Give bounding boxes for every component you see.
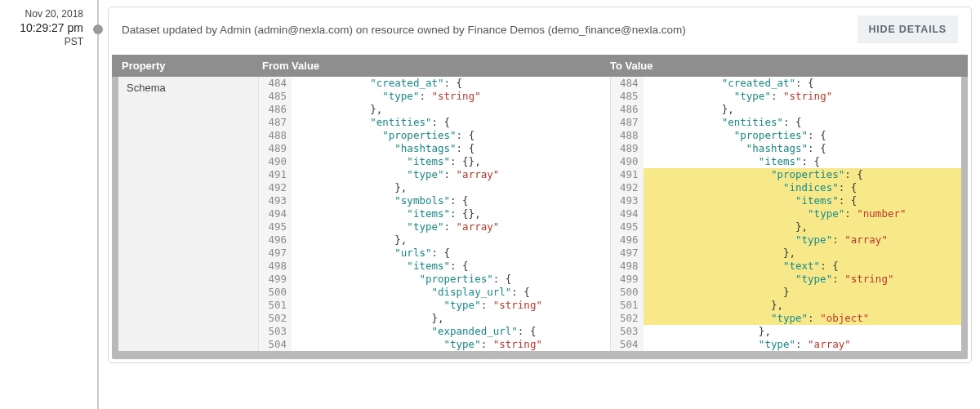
line-content: "type": "string": [673, 273, 962, 286]
event-description: Dataset updated by Admin (admin@nexla.co…: [122, 24, 686, 36]
line-number: 498: [611, 260, 644, 273]
line-content: "created_at": {: [321, 77, 610, 90]
indent-guides: [292, 325, 321, 338]
line-content: "type": "string": [321, 338, 610, 351]
line-number: 489: [611, 142, 644, 155]
indent-guides: [644, 273, 673, 286]
indent-guides: [644, 233, 673, 247]
code-line: 484 "created_at": {: [259, 77, 610, 90]
line-content: "properties": {: [321, 273, 610, 286]
code-line: 491 "type": "array": [259, 168, 610, 181]
line-number: 504: [259, 338, 292, 351]
line-number: 500: [611, 286, 644, 299]
indent-guides: [292, 155, 321, 168]
indent-guides: [644, 90, 673, 103]
line-number: 503: [611, 325, 644, 338]
indent-guides: [292, 247, 321, 260]
indent-guides: [292, 312, 321, 325]
code-line: 496 },: [259, 233, 610, 247]
code-line: 490 "items": {},: [259, 155, 610, 168]
line-number: 492: [259, 181, 292, 194]
indent-guides: [292, 338, 321, 351]
header-from-value: From Value: [262, 60, 610, 72]
line-number: 488: [611, 129, 644, 142]
indent-guides: [644, 103, 673, 116]
line-content: "items": {: [321, 260, 610, 273]
line-content: },: [673, 247, 962, 260]
code-line: 486 },: [259, 103, 610, 116]
indent-guides: [644, 220, 673, 233]
diff-container: Property From Value To Value Schema 484 …: [112, 55, 968, 359]
line-number: 497: [611, 247, 644, 260]
code-line: 485 "type": "string": [611, 90, 962, 103]
hide-details-button[interactable]: HIDE DETAILS: [858, 16, 958, 43]
line-content: "items": {: [673, 155, 962, 168]
from-value-pane[interactable]: 484 "created_at": {485 "type": "string"4…: [259, 77, 611, 351]
indent-guides: [292, 77, 321, 90]
indent-guides: [292, 207, 321, 220]
indent-guides: [292, 181, 321, 194]
code-line: 487 "entities": {: [611, 116, 962, 129]
line-content: "type": "array": [321, 168, 610, 181]
code-line: 485 "type": "string": [259, 90, 610, 103]
line-content: "created_at": {: [673, 77, 962, 90]
indent-guides: [644, 194, 673, 207]
line-number: 490: [259, 155, 292, 168]
line-number: 486: [259, 103, 292, 116]
line-content: },: [673, 220, 962, 233]
line-number: 501: [611, 299, 644, 312]
code-line: 484 "created_at": {: [611, 77, 962, 90]
line-content: },: [673, 299, 962, 312]
line-content: "type": "string": [321, 90, 610, 103]
line-content: "properties": {: [321, 129, 610, 142]
code-line: 495 "type": "array": [259, 220, 610, 233]
line-content: "type": "string": [321, 299, 610, 312]
code-line: 498 "items": {: [259, 260, 610, 273]
line-number: 485: [259, 90, 292, 103]
code-line: 490 "items": {: [611, 155, 962, 168]
code-line: 486 },: [611, 103, 962, 116]
code-line: 503 },: [611, 325, 962, 338]
line-number: 488: [259, 129, 292, 142]
line-number: 487: [611, 116, 644, 129]
code-line: 488 "properties": {: [611, 129, 962, 142]
indent-guides: [644, 168, 673, 181]
line-content: }: [673, 286, 962, 299]
line-number: 484: [259, 77, 292, 90]
line-content: "type": "number": [673, 207, 962, 220]
indent-guides: [644, 77, 673, 90]
diff-header-row: Property From Value To Value: [112, 55, 968, 77]
line-number: 499: [259, 273, 292, 286]
code-line: 504 "type": "array": [611, 338, 962, 351]
event-timezone: PST: [0, 36, 83, 47]
code-line: 489 "hashtags": {: [259, 142, 610, 155]
indent-guides: [292, 299, 321, 312]
event-time: 10:29:27 pm: [0, 21, 83, 34]
line-content: "type": "array": [673, 338, 962, 351]
line-content: "symbols": {: [321, 194, 610, 207]
line-content: },: [321, 181, 610, 194]
line-content: "text": {: [673, 260, 962, 273]
indent-guides: [292, 286, 321, 299]
code-line: 497 "urls": {: [259, 247, 610, 260]
line-content: },: [673, 103, 962, 116]
line-number: 495: [259, 220, 292, 233]
indent-guides: [292, 168, 321, 181]
line-content: "type": "object": [673, 312, 962, 325]
line-content: "entities": {: [321, 116, 610, 129]
code-line: 493 "items": {: [611, 194, 962, 207]
line-content: },: [673, 325, 962, 338]
indent-guides: [292, 220, 321, 233]
indent-guides: [644, 207, 673, 220]
line-number: 502: [259, 312, 292, 325]
line-number: 502: [611, 312, 644, 325]
indent-guides: [644, 286, 673, 299]
line-number: 500: [259, 286, 292, 299]
code-line: 494 "items": {},: [259, 207, 610, 220]
line-number: 496: [259, 233, 292, 247]
to-value-pane[interactable]: 484 "created_at": {485 "type": "string"4…: [611, 77, 962, 351]
indent-guides: [644, 325, 673, 338]
line-number: 497: [259, 247, 292, 260]
line-content: "urls": {: [321, 247, 610, 260]
indent-guides: [644, 247, 673, 260]
